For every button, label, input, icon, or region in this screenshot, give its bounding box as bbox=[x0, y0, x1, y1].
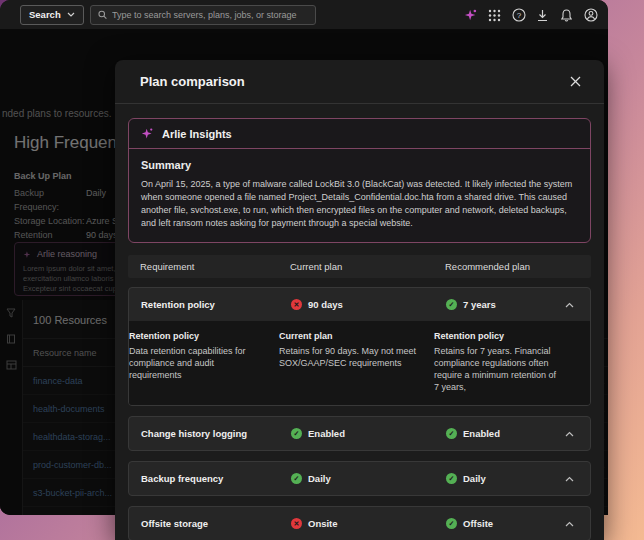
requirement-name: Retention policy bbox=[141, 299, 291, 310]
chevron-down-icon bbox=[67, 12, 75, 17]
col-current-plan: Current plan bbox=[290, 261, 445, 272]
modal-header: Plan comparison bbox=[115, 60, 604, 104]
col-requirement: Requirement bbox=[140, 261, 290, 272]
download-icon[interactable] bbox=[535, 8, 550, 23]
chevron-up-icon[interactable] bbox=[560, 521, 578, 527]
row-header[interactable]: Offsite storage ✕Onsite ✓Offsite bbox=[129, 507, 590, 540]
checkmark-circle-icon: ✓ bbox=[446, 428, 457, 439]
insights-summary: Summary On April 15, 2025, a type of mal… bbox=[129, 149, 590, 242]
modal-title: Plan comparison bbox=[140, 74, 245, 89]
checkmark-circle-icon: ✓ bbox=[446, 473, 457, 484]
recommended-plan-value: ✓Daily bbox=[446, 473, 560, 484]
svg-text:?: ? bbox=[516, 11, 521, 20]
requirement-name: Backup frequency bbox=[141, 473, 291, 484]
arlie-insights-header: Arlie Insights bbox=[129, 119, 590, 149]
row-header[interactable]: Retention policy ✕90 days ✓7 years bbox=[129, 288, 590, 321]
help-icon[interactable]: ? bbox=[511, 8, 526, 23]
sparkle-icon[interactable] bbox=[463, 8, 478, 23]
comparison-row-change-history-logging: Change history logging ✓Enabled ✓Enabled bbox=[128, 416, 591, 451]
recommended-plan-value: ✓Enabled bbox=[446, 428, 560, 439]
global-search[interactable] bbox=[90, 5, 316, 25]
detail-current-plan: Current plan Retains for 90 days. May no… bbox=[279, 331, 434, 369]
requirement-name: Offsite storage bbox=[141, 518, 291, 529]
dismiss-circle-icon: ✕ bbox=[291, 299, 302, 310]
apps-grid-icon[interactable] bbox=[487, 8, 502, 23]
checkmark-circle-icon: ✓ bbox=[446, 518, 457, 529]
topbar-icon-group: ? bbox=[463, 0, 604, 30]
current-plan-value: ✕90 days bbox=[291, 299, 446, 310]
sparkle-icon bbox=[141, 127, 154, 140]
search-input[interactable] bbox=[112, 10, 308, 20]
top-bar: Search ? bbox=[0, 0, 608, 30]
current-plan-value: ✕Onsite bbox=[291, 518, 446, 529]
summary-text: On April 15, 2025, a type of malware cal… bbox=[141, 178, 578, 230]
comparison-row-backup-frequency: Backup frequency ✓Daily ✓Daily bbox=[128, 461, 591, 496]
chevron-up-icon[interactable] bbox=[560, 476, 578, 482]
row-header[interactable]: Change history logging ✓Enabled ✓Enabled bbox=[129, 417, 590, 450]
recommended-plan-value: ✓7 years bbox=[446, 299, 560, 310]
search-scope-label: Search bbox=[29, 9, 61, 20]
detail-recommended-plan: Retention policy Retains for 7 years. Fi… bbox=[434, 331, 572, 393]
chevron-up-icon[interactable] bbox=[560, 431, 578, 437]
detail-requirement: Retention policy Data retention capabili… bbox=[129, 331, 279, 381]
recommended-plan-value: ✓Offsite bbox=[446, 518, 560, 529]
requirement-name: Change history logging bbox=[141, 428, 291, 439]
row-expanded-detail: Retention policy Data retention capabili… bbox=[129, 321, 590, 405]
comparison-row-offsite-storage: Offsite storage ✕Onsite ✓Offsite bbox=[128, 506, 591, 540]
comparison-row-retention-policy: Retention policy ✕90 days ✓7 years Reten… bbox=[128, 287, 591, 406]
close-icon[interactable] bbox=[566, 73, 584, 91]
checkmark-circle-icon: ✓ bbox=[291, 428, 302, 439]
current-plan-value: ✓Enabled bbox=[291, 428, 446, 439]
arlie-insights-card: Arlie Insights Summary On April 15, 2025… bbox=[128, 118, 591, 243]
chevron-up-icon[interactable] bbox=[560, 302, 578, 308]
notifications-icon[interactable] bbox=[559, 8, 574, 23]
current-plan-value: ✓Daily bbox=[291, 473, 446, 484]
search-scope-dropdown[interactable]: Search bbox=[20, 5, 84, 25]
arlie-insights-title: Arlie Insights bbox=[162, 128, 232, 140]
checkmark-circle-icon: ✓ bbox=[446, 299, 457, 310]
account-icon[interactable] bbox=[583, 8, 598, 23]
dismiss-circle-icon: ✕ bbox=[291, 518, 302, 529]
checkmark-circle-icon: ✓ bbox=[291, 473, 302, 484]
summary-heading: Summary bbox=[141, 159, 578, 171]
col-recommended-plan: Recommended plan bbox=[445, 261, 561, 272]
comparison-table-header: Requirement Current plan Recommended pla… bbox=[128, 255, 591, 278]
search-icon bbox=[98, 10, 107, 20]
modal-body: Arlie Insights Summary On April 15, 2025… bbox=[115, 104, 604, 540]
plan-comparison-modal: Plan comparison Arlie Insights Summary O… bbox=[115, 60, 604, 540]
row-header[interactable]: Backup frequency ✓Daily ✓Daily bbox=[129, 462, 590, 495]
